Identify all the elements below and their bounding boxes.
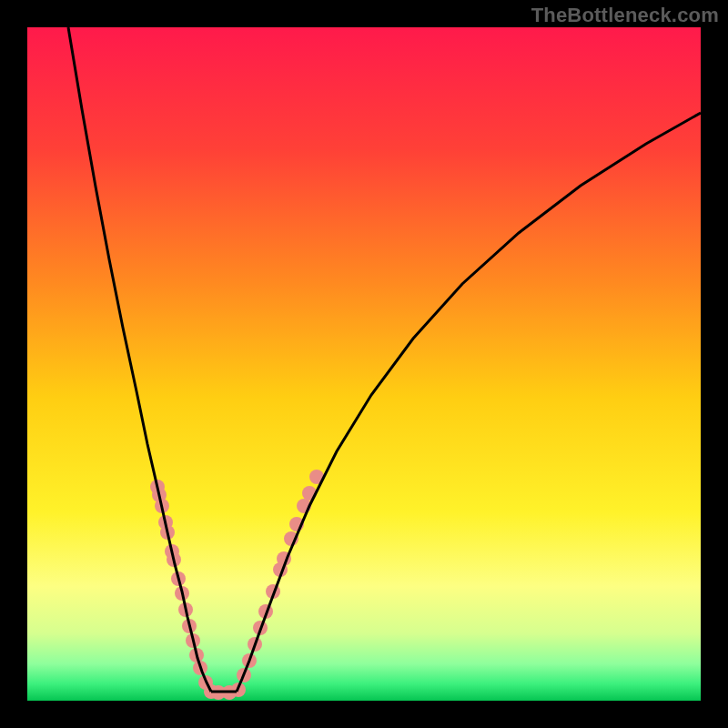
curve-layer bbox=[27, 27, 701, 701]
curve-right-branch bbox=[237, 113, 701, 692]
plot-area bbox=[27, 27, 701, 701]
watermark-text: TheBottleneck.com bbox=[531, 4, 719, 27]
chart-frame: TheBottleneck.com bbox=[0, 0, 728, 728]
data-markers bbox=[150, 470, 324, 700]
curve-left-branch bbox=[68, 27, 211, 692]
